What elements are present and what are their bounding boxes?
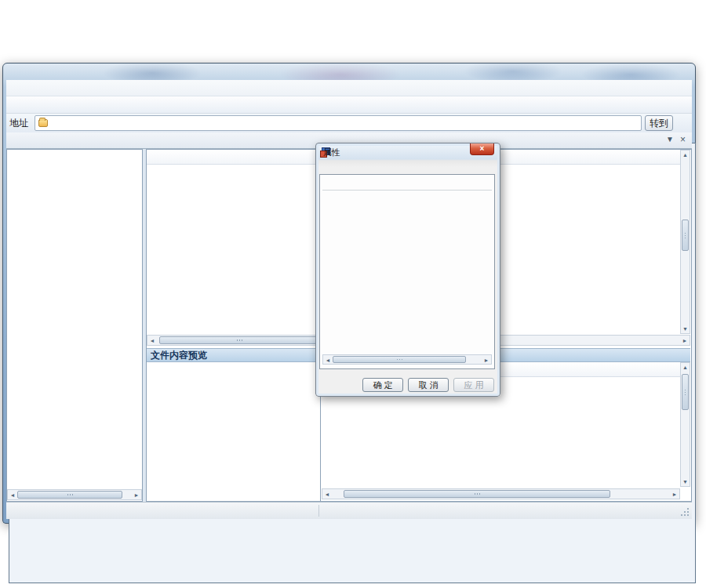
dialog-list-hscrollbar[interactable]: ◄ ► bbox=[322, 354, 492, 365]
cancel-button[interactable]: 取 消 bbox=[408, 378, 449, 392]
scroll-up-icon[interactable]: ▲ bbox=[681, 152, 690, 158]
breadcrumb-folder-icon bbox=[38, 119, 48, 127]
scrollbar-thumb[interactable] bbox=[682, 374, 689, 410]
status-bar bbox=[6, 502, 692, 519]
scroll-left-icon[interactable]: ◄ bbox=[9, 492, 16, 498]
scrollbar-thumb[interactable] bbox=[159, 336, 319, 344]
address-label: 地址 bbox=[9, 117, 28, 130]
scroll-left-icon[interactable]: ◄ bbox=[325, 358, 331, 363]
address-bar: 地址 转到 bbox=[6, 114, 692, 132]
scroll-down-icon[interactable]: ▼ bbox=[681, 479, 690, 485]
ok-button[interactable]: 确 定 bbox=[362, 378, 403, 392]
preview-header: 文件内容预览 bbox=[147, 348, 320, 362]
preview-header-label: 文件内容预览 bbox=[147, 349, 320, 361]
properties-dialog-title: 属性 bbox=[323, 147, 340, 158]
dialog-tab-panel bbox=[319, 174, 495, 369]
attachments-vscrollbar[interactable]: ▲ ▼ bbox=[680, 362, 690, 487]
version-list-header bbox=[322, 178, 492, 191]
scroll-left-icon[interactable]: ◄ bbox=[149, 338, 155, 343]
file-list-vscrollbar[interactable]: ▲ ▼ bbox=[680, 150, 690, 334]
status-separator bbox=[318, 505, 319, 517]
scrollbar-thumb[interactable] bbox=[333, 356, 466, 363]
pane-controls: ▼ × bbox=[666, 135, 686, 144]
scroll-right-icon[interactable]: ► bbox=[133, 492, 140, 498]
tree-hscrollbar[interactable]: ◄ ► bbox=[7, 489, 142, 500]
scroll-right-icon[interactable]: ► bbox=[671, 492, 678, 497]
scroll-left-icon[interactable]: ◄ bbox=[324, 492, 330, 497]
breadcrumb bbox=[35, 115, 642, 131]
dialog-close-button[interactable]: × bbox=[470, 143, 494, 155]
scroll-right-icon[interactable]: ► bbox=[483, 358, 489, 363]
pane-dropdown-icon[interactable]: ▼ bbox=[666, 135, 674, 144]
resize-grip-icon[interactable] bbox=[680, 507, 690, 517]
apply-button[interactable]: 应 用 bbox=[453, 378, 494, 392]
desktop: DNC客户端 × 地址 转到 ▼ × ▲ ▼ ◄ ► bbox=[0, 0, 706, 588]
scrollbar-thumb[interactable] bbox=[344, 490, 610, 498]
attachments-hscrollbar[interactable]: ◄ ► bbox=[322, 488, 680, 499]
scroll-right-icon[interactable]: ► bbox=[682, 338, 688, 343]
file-content-preview bbox=[151, 364, 317, 499]
scrollbar-thumb[interactable] bbox=[682, 220, 689, 251]
go-button[interactable]: 转到 bbox=[645, 115, 673, 131]
server-tree-panel bbox=[6, 149, 143, 502]
menu-bar bbox=[6, 80, 692, 96]
scrollbar-thumb[interactable] bbox=[17, 491, 122, 499]
scroll-down-icon[interactable]: ▼ bbox=[681, 326, 690, 332]
pane-close-icon[interactable]: × bbox=[680, 135, 686, 144]
scroll-up-icon[interactable]: ▲ bbox=[681, 365, 690, 370]
toolbar bbox=[6, 96, 692, 114]
